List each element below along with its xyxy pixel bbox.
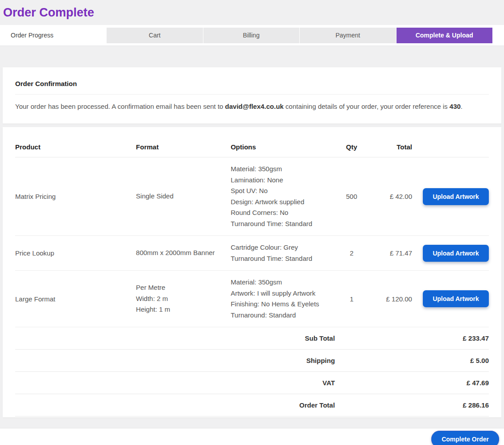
summary-label: Order Total xyxy=(15,394,335,416)
summary-label: Sub Total xyxy=(15,327,335,350)
summary-label: Shipping xyxy=(15,350,335,372)
progress-steps: Cart Billing Payment Complete & Upload xyxy=(107,28,492,43)
column-header-format: Format xyxy=(136,137,231,157)
total-cell: £ 42.00 xyxy=(373,157,420,236)
total-cell: £ 71.47 xyxy=(373,236,420,271)
complete-order-button[interactable]: Complete Order xyxy=(431,431,499,445)
options-cell: Material: 350gsm Artwork: I will supply … xyxy=(231,271,335,327)
column-header-total: Total xyxy=(373,137,420,157)
footer-bar: Complete Order xyxy=(0,429,504,445)
options-cell: Material: 350gsm Lamination: None Spot U… xyxy=(231,157,335,236)
order-confirmation-card: Order Confirmation Your order has been p… xyxy=(3,67,501,124)
column-header-actions xyxy=(420,137,489,157)
table-header-row: Product Format Options Qty Total xyxy=(15,137,489,157)
tab-billing[interactable]: Billing xyxy=(203,28,300,43)
options-cell: Cartridge Colour: Grey Turnaround Time: … xyxy=(231,236,335,271)
tab-complete-upload[interactable]: Complete & Upload xyxy=(397,28,493,43)
product-name: Matrix Pricing xyxy=(15,157,136,236)
order-table: Product Format Options Qty Total Matrix … xyxy=(15,137,489,416)
qty-cell: 2 xyxy=(335,236,373,271)
upload-artwork-button[interactable]: Upload Artwork xyxy=(423,245,489,262)
summary-value: £ 47.69 xyxy=(335,372,489,394)
summary-value: £ 233.47 xyxy=(335,327,489,350)
qty-cell: 1 xyxy=(335,271,373,327)
order-reference: 430 xyxy=(450,103,461,110)
confirmation-text-suffix: . xyxy=(461,103,463,110)
format-cell: 800mm x 2000mm Banner xyxy=(136,236,231,271)
format-cell: Per Metre Width: 2 m Height: 1 m xyxy=(136,271,231,327)
confirmation-email: david@flex4.co.uk xyxy=(225,103,284,110)
column-header-qty: Qty xyxy=(335,137,373,157)
summary-row-shipping: Shipping £ 5.00 xyxy=(15,350,489,372)
order-progress-label: Order Progress xyxy=(11,32,107,39)
upload-artwork-button[interactable]: Upload Artwork xyxy=(423,290,489,307)
format-cell: Single Sided xyxy=(136,157,231,236)
table-row: Price Lookup 800mm x 2000mm Banner Cartr… xyxy=(15,236,489,271)
column-header-options: Options xyxy=(231,137,335,157)
summary-row-subtotal: Sub Total £ 233.47 xyxy=(15,327,489,350)
total-cell: £ 120.00 xyxy=(373,271,420,327)
product-name: Price Lookup xyxy=(15,236,136,271)
summary-row-order-total: Order Total £ 286.16 xyxy=(15,394,489,416)
qty-cell: 500 xyxy=(335,157,373,236)
column-header-product: Product xyxy=(15,137,136,157)
upload-artwork-button[interactable]: Upload Artwork xyxy=(423,188,489,205)
summary-row-vat: VAT £ 47.69 xyxy=(15,372,489,394)
tab-cart[interactable]: Cart xyxy=(107,28,203,43)
summary-label: VAT xyxy=(15,372,335,394)
order-table-card: Product Format Options Qty Total Matrix … xyxy=(3,127,501,417)
tab-payment[interactable]: Payment xyxy=(300,28,396,43)
summary-value: £ 286.16 xyxy=(335,394,489,416)
table-row: Matrix Pricing Single Sided Material: 35… xyxy=(15,157,489,236)
product-name: Large Format xyxy=(15,271,136,327)
order-progress-bar: Order Progress Cart Billing Payment Comp… xyxy=(0,25,504,45)
confirmation-text-middle: containing details of your order, your o… xyxy=(284,103,450,110)
confirmation-text-prefix: Your order has been processed. A confirm… xyxy=(15,103,225,110)
summary-value: £ 5.00 xyxy=(335,350,489,372)
table-row: Large Format Per Metre Width: 2 m Height… xyxy=(15,271,489,327)
page-title: Order Complete xyxy=(0,0,504,25)
confirmation-heading: Order Confirmation xyxy=(15,80,489,95)
confirmation-message: Your order has been processed. A confirm… xyxy=(15,95,489,111)
